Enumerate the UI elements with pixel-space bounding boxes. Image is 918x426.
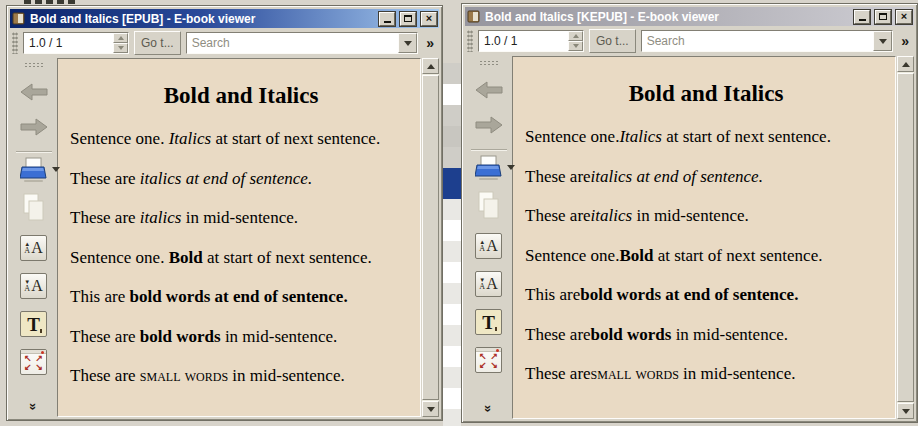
text-segment: Italics [619, 127, 662, 146]
minimize-button[interactable] [379, 12, 395, 26]
sidebar: ▲A A ▼A A T ↖ ↗ ↙ ↘ » [10, 58, 57, 417]
font-size-marker: ▼A [24, 279, 30, 293]
titlebar[interactable]: Bold and Italics [KEPUB] - E-book viewer… [465, 7, 914, 26]
text-segment: Italics [169, 129, 212, 148]
book-content: Bold and Italics Sentence one. Italics a… [57, 58, 421, 417]
titlebar[interactable]: Bold and Italics [EPUB] - E-book viewer … [10, 9, 439, 28]
forward-button[interactable] [474, 114, 504, 136]
sidebar-separator [471, 149, 507, 151]
text-segment: in mid-sentence. [228, 366, 345, 385]
page-spinner [113, 33, 128, 53]
font-increase-button[interactable]: ▲A A [20, 235, 47, 261]
vertical-scrollbar[interactable] [897, 56, 914, 419]
background-list-rows-top [443, 0, 461, 168]
paragraph: Sentence one.Bold at start of next sente… [525, 246, 887, 266]
text-segment: Sentence one. [70, 129, 169, 148]
back-arrow-icon [474, 79, 504, 101]
book-icon [467, 10, 480, 23]
search-dropdown-button[interactable] [873, 31, 892, 51]
page-up-button[interactable] [568, 31, 583, 41]
text-segment: bold words at end of sentence. [129, 287, 347, 306]
page-indicator[interactable]: 1.0 / 1 [479, 34, 568, 48]
fullscreen-arrow-icon: ↙ [479, 361, 487, 370]
text-segment: bold words at end of sentence. [580, 285, 798, 304]
up-arrow-icon [573, 34, 579, 38]
open-book-button[interactable] [475, 155, 502, 180]
text-segment: at start of next sentence. [653, 246, 822, 265]
sidebar-grip[interactable] [24, 62, 44, 68]
scrollbar-thumb[interactable] [897, 73, 914, 402]
paragraph: These are small words in mid-sentence. [70, 366, 412, 386]
text-segment: This are [70, 287, 129, 306]
collapse-toolbar-button[interactable]: » [27, 403, 40, 410]
maximize-icon [404, 15, 412, 22]
maximize-button[interactable] [400, 12, 416, 26]
scroll-up-button[interactable] [897, 56, 914, 72]
up-arrow-icon [118, 36, 124, 40]
chevron-down-icon [404, 41, 412, 46]
toolbar-grip[interactable] [467, 30, 473, 52]
toolbar-overflow-button[interactable]: » [423, 35, 437, 51]
close-button[interactable]: × [896, 10, 912, 24]
toolbar-overflow-button[interactable]: » [898, 33, 912, 49]
page-down-button[interactable] [568, 41, 583, 51]
down-arrow-icon [573, 44, 579, 48]
open-book-icon [20, 157, 47, 182]
back-button[interactable] [19, 81, 49, 103]
open-book-icon [475, 155, 502, 180]
open-book-button[interactable] [20, 157, 47, 182]
background-book-list [443, 0, 461, 426]
text-segment: This are [525, 285, 580, 304]
page-spinbox[interactable]: 1.0 / 1 [478, 30, 584, 52]
small-a-letter: A [24, 247, 30, 255]
search-input[interactable] [187, 33, 399, 53]
fullscreen-arrow-icon: ↙ [24, 363, 32, 372]
scroll-down-button[interactable] [422, 401, 439, 417]
search-input[interactable] [642, 31, 874, 51]
forward-button[interactable] [19, 116, 49, 138]
sidebar-grip[interactable] [479, 60, 499, 66]
copy-button[interactable] [477, 191, 501, 221]
text-segment: These are [525, 206, 591, 225]
scroll-up-button[interactable] [422, 58, 439, 74]
font-decrease-button[interactable]: ▼A A [475, 271, 502, 297]
big-a-letter: A [486, 276, 498, 292]
scrollbar-thumb[interactable] [422, 75, 439, 400]
font-increase-button[interactable]: ▲A A [475, 233, 502, 259]
window-title: Bold and Italics [EPUB] - E-book viewer [28, 12, 374, 26]
collapse-toolbar-button[interactable]: » [482, 405, 495, 412]
page-indicator[interactable]: 1.0 / 1 [24, 36, 113, 50]
goto-button[interactable]: Go t... [134, 31, 181, 55]
close-icon: × [901, 11, 907, 22]
paragraph: Sentence one.Italics at start of next se… [525, 127, 887, 147]
search-dropdown-button[interactable] [398, 33, 417, 53]
scroll-down-button[interactable] [897, 403, 914, 419]
up-arrow-icon [427, 64, 435, 69]
open-dropdown-icon[interactable] [507, 165, 515, 170]
back-button[interactable] [474, 79, 504, 101]
text-segment: at start of next sentence. [662, 127, 831, 146]
vertical-scrollbar[interactable] [422, 58, 439, 417]
open-dropdown-icon[interactable] [52, 167, 60, 172]
maximize-button[interactable] [875, 10, 891, 24]
page-down-button[interactable] [113, 43, 128, 53]
down-arrow-icon [427, 407, 435, 412]
page-up-button[interactable] [113, 33, 128, 43]
goto-button[interactable]: Go t... [589, 29, 636, 53]
minimize-button[interactable] [854, 10, 870, 24]
copy-button[interactable] [22, 193, 46, 223]
page-spinbox[interactable]: 1.0 / 1 [23, 32, 129, 54]
fullscreen-button[interactable]: ↖ ↗ ↙ ↘ [20, 349, 47, 375]
down-arrow-icon [902, 409, 910, 414]
text-segment: These are [525, 325, 591, 344]
background-list-rows [443, 199, 461, 426]
toolbar-grip[interactable] [12, 32, 18, 54]
text-segment: Sentence one. [525, 246, 619, 265]
font-decrease-button[interactable]: ▼A A [20, 273, 47, 299]
text-segment: Bold [169, 248, 203, 267]
font-settings-button[interactable]: T [20, 311, 47, 337]
fullscreen-button[interactable]: ↖ ↗ ↙ ↘ [475, 347, 502, 373]
copy-pages-icon [477, 191, 501, 221]
font-settings-button[interactable]: T [475, 309, 502, 335]
close-button[interactable]: × [421, 12, 437, 26]
